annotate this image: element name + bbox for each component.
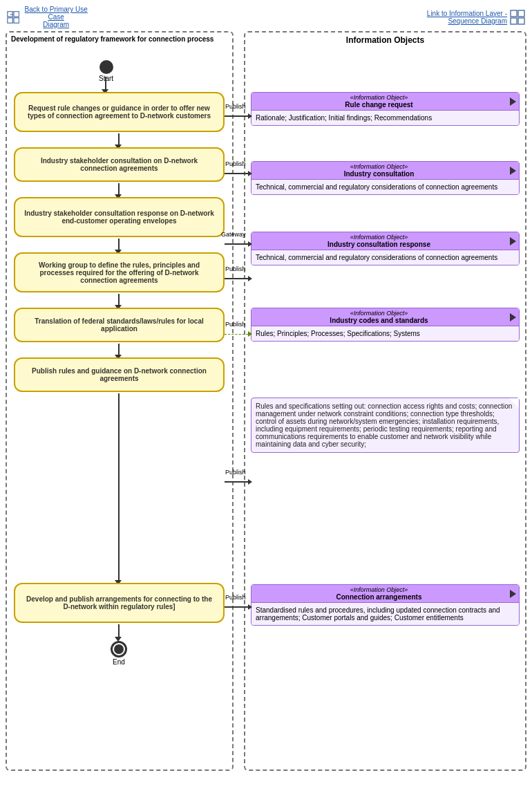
io6-body: Standardised rules and procedures, inclu… (251, 603, 519, 625)
connector-p6-io5-label: Publish (225, 469, 246, 476)
io2-stereotype: «Information Object» (256, 163, 502, 170)
right-panel-title: Information Objects (251, 35, 520, 45)
process-box-p1: Request rule changes or guidance in orde… (14, 92, 225, 132)
v-line-p3-p4 (118, 239, 120, 250)
v-line-p4-p5 (118, 294, 120, 305)
connector-p1-io1 (225, 111, 252, 122)
page-container: Back to Primary Use Case Diagram Link to… (0, 0, 532, 793)
forward-icon (510, 10, 525, 25)
svg-rect-2 (8, 17, 12, 22)
top-links-row: Back to Primary Use Case Diagram Link to… (0, 0, 532, 31)
io4-body: Rules; Principles; Processes; Specificat… (251, 326, 519, 341)
svg-rect-7 (511, 18, 517, 24)
left-panel-title: Development of regulatory framework for … (11, 35, 225, 43)
process-box-p3: Industry stakeholder consultation respon… (14, 197, 225, 237)
info-box-io5: Rules and specifications setting out: co… (251, 398, 520, 453)
io3-stereotype: «Information Object» (256, 234, 502, 241)
connector-p6-io5 (225, 476, 252, 487)
io2-play-icon (510, 167, 516, 175)
info-box-io4: «Information Object» Industry codes and … (251, 308, 520, 350)
connector-p4-io4-label: Publish (225, 265, 246, 272)
io4-play-icon (510, 313, 516, 321)
forward-link[interactable]: Link to Information Layer - Sequence Dia… (427, 6, 525, 28)
io3-title: Industry consultation response (256, 241, 502, 248)
arrow-start-p1 (105, 77, 106, 89)
back-link[interactable]: Back to Primary Use Case Diagram (7, 6, 90, 28)
process-box-p7: Develop and publish arrangements for con… (14, 583, 225, 623)
svg-rect-3 (14, 17, 19, 22)
io1-body: Rationale; Justification; Initial findin… (251, 111, 519, 125)
back-icon (7, 10, 19, 25)
connector-p5-io4-label: Publish (225, 321, 246, 328)
io5-body: Rules and specifications setting out: co… (256, 402, 512, 448)
connector-p7-io6-label: Publish (225, 594, 246, 601)
connector-p7-io6 (225, 601, 252, 613)
v-line-p6-p7-long (118, 393, 120, 580)
io1-title: Rule change request (256, 101, 502, 109)
io2-body: Technical, commercial and regulatory con… (251, 180, 519, 194)
svg-rect-6 (518, 10, 524, 17)
io3-play-icon (510, 237, 516, 245)
connector-p1-io1-label: Publish (225, 103, 246, 110)
svg-rect-8 (518, 18, 524, 24)
process-box-p5: Translation of federal standards/laws/ru… (14, 308, 225, 342)
connector-p5-io4-dashed (225, 328, 252, 339)
info-box-io2: «Information Object» Industry consultati… (251, 161, 520, 203)
connector-p3-io3-label: Gateway (221, 231, 246, 238)
connector-p2-io2-label: Publish (225, 160, 246, 167)
io4-stereotype: «Information Object» (256, 310, 502, 317)
svg-rect-5 (511, 10, 517, 17)
end-label: End (111, 658, 127, 666)
v-line-p5-p6 (118, 344, 120, 355)
io2-title: Industry consultation (256, 170, 502, 178)
io3-body: Technical, commercial and regulatory con… (251, 250, 519, 265)
io6-stereotype: «Information Object» (256, 586, 502, 593)
io1-play-icon (510, 97, 516, 106)
process-box-p4: Working group to define the rules, princ… (14, 252, 225, 292)
connector-p3-io3 (225, 239, 252, 250)
svg-rect-1 (14, 11, 19, 16)
back-link-text: Back to Primary Use Case Diagram (22, 6, 90, 28)
v-line-p1-p2 (118, 133, 120, 144)
v-line-p2-p3 (118, 183, 120, 194)
process-box-p6: Publish rules and guidance on D-network … (14, 357, 225, 392)
process-box-p2: Industry stakeholder consultation on D-n… (14, 147, 225, 182)
io6-play-icon (510, 590, 516, 598)
connector-p2-io2 (225, 168, 252, 179)
v-line-p7-end (118, 624, 120, 637)
info-box-io3: «Information Object» Industry consultati… (251, 232, 520, 274)
io6-title: Connection arrangements (256, 593, 502, 601)
io4-title: Industry codes and standards (256, 317, 502, 324)
end-node: End (111, 641, 127, 666)
connector-p4-io4-solid (225, 273, 252, 284)
forward-link-text: Link to Information Layer - Sequence Dia… (427, 10, 507, 25)
io1-stereotype: «Information Object» (256, 94, 502, 101)
info-box-io6: «Information Object» Connection arrangem… (251, 584, 520, 634)
info-box-io1: «Information Object» Rule change request… (251, 92, 520, 134)
